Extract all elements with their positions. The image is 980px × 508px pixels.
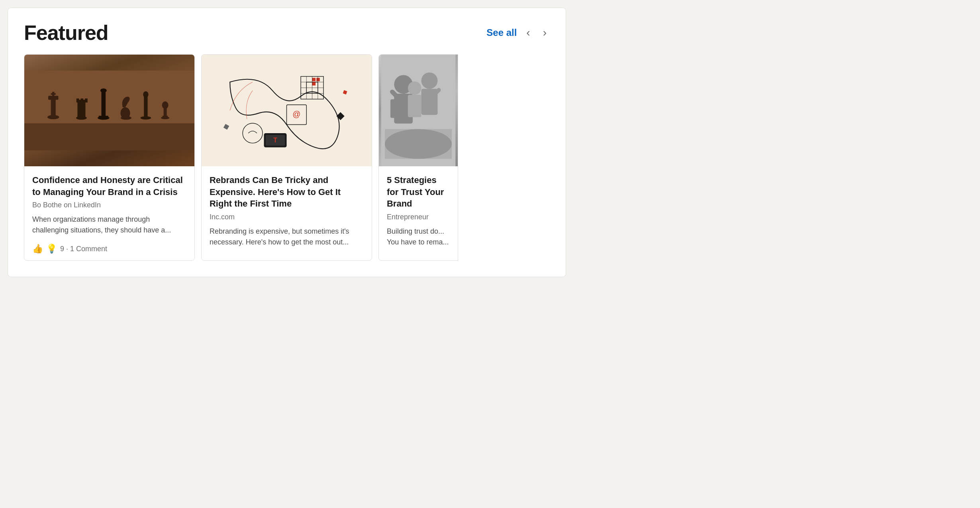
svg-point-20 xyxy=(141,116,151,120)
card-3-source: Entrepreneur xyxy=(387,213,450,221)
next-button[interactable]: › xyxy=(540,26,550,40)
card-1-source: Bo Bothe on LinkedIn xyxy=(32,201,186,209)
svg-rect-1 xyxy=(24,124,194,150)
svg-point-52 xyxy=(421,73,437,89)
svg-point-24 xyxy=(161,116,169,119)
featured-section: Featured See all ‹ › xyxy=(8,8,566,277)
svg-rect-50 xyxy=(390,99,398,118)
svg-rect-8 xyxy=(76,98,79,102)
svg-point-15 xyxy=(98,116,109,120)
svg-point-6 xyxy=(47,115,59,119)
card-1-footer: 👍 💡 9 · 1 Comment xyxy=(32,244,186,254)
people-svg xyxy=(379,55,458,166)
svg-text:T: T xyxy=(273,137,277,144)
svg-rect-55 xyxy=(408,95,421,117)
card-3-body: 5 Strategies for Trust Your Brand Entrep… xyxy=(379,166,458,260)
svg-rect-9 xyxy=(80,98,83,102)
svg-rect-30 xyxy=(316,78,320,81)
card-1-image xyxy=(24,55,194,166)
card-2-description: Rebranding is expensive, but sometimes i… xyxy=(210,226,364,248)
svg-point-54 xyxy=(408,81,421,95)
svg-point-13 xyxy=(100,89,107,93)
prev-button[interactable]: ‹ xyxy=(523,26,533,40)
chess-svg xyxy=(24,55,194,166)
card-1-title: Confidence and Honesty are Critical to M… xyxy=(32,174,186,198)
svg-point-19 xyxy=(143,91,148,98)
svg-rect-31 xyxy=(312,82,316,86)
svg-rect-12 xyxy=(101,92,106,118)
featured-card-1[interactable]: Confidence and Honesty are Critical to M… xyxy=(24,54,195,261)
card-3-description: Building trust do...You have to rema... xyxy=(387,226,450,248)
svg-point-11 xyxy=(76,116,87,120)
svg-text:@: @ xyxy=(292,110,300,118)
card-1-body: Confidence and Honesty are Critical to M… xyxy=(24,166,194,260)
tech-svg: @ T xyxy=(202,55,372,166)
section-header: Featured See all ‹ › xyxy=(24,21,550,45)
svg-point-21 xyxy=(162,101,169,109)
featured-card-2[interactable]: @ T xyxy=(201,54,372,261)
svg-rect-29 xyxy=(312,78,316,81)
section-title: Featured xyxy=(24,21,108,45)
svg-rect-18 xyxy=(144,96,147,118)
svg-rect-57 xyxy=(385,129,452,159)
card-1-description: When organizations manage through challe… xyxy=(32,214,186,237)
cards-container: Confidence and Honesty are Critical to M… xyxy=(24,54,550,261)
svg-rect-22 xyxy=(164,108,167,117)
svg-rect-5 xyxy=(51,93,56,95)
svg-rect-7 xyxy=(77,100,85,118)
header-controls: See all ‹ › xyxy=(486,26,550,40)
thumbs-up-icon: 👍 xyxy=(32,244,43,254)
card-3-title: 5 Strategies for Trust Your Brand xyxy=(387,174,450,210)
see-all-link[interactable]: See all xyxy=(486,27,517,38)
card-2-body: Rebrands Can Be Tricky and Expensive. He… xyxy=(202,166,372,260)
lightbulb-icon: 💡 xyxy=(46,244,57,254)
card-2-image: @ T xyxy=(202,55,372,166)
svg-point-17 xyxy=(121,116,131,120)
featured-card-3[interactable]: 5 Strategies for Trust Your Brand Entrep… xyxy=(378,54,458,261)
card-2-title: Rebrands Can Be Tricky and Expensive. He… xyxy=(210,174,364,210)
card-3-image xyxy=(379,55,458,166)
reaction-count: 9 · 1 Comment xyxy=(60,245,107,253)
svg-rect-10 xyxy=(85,98,88,102)
card-2-source: Inc.com xyxy=(210,213,364,221)
